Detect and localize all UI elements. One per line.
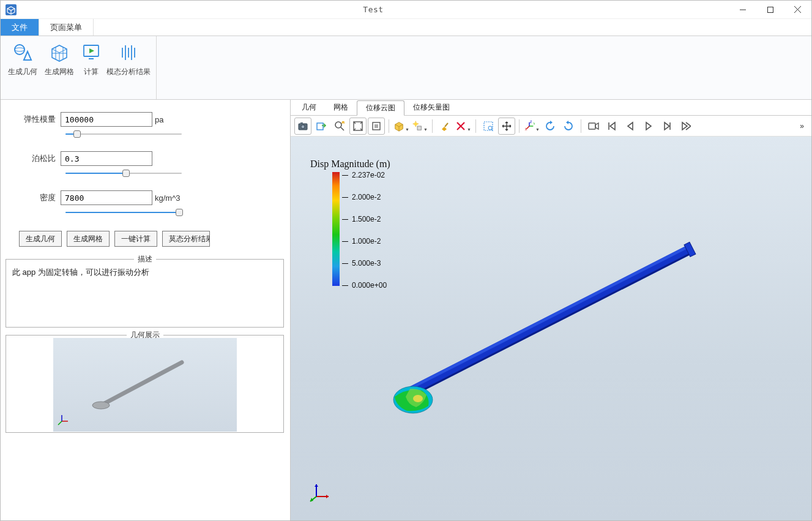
lighting-icon[interactable]: ▼ <box>411 118 428 135</box>
density-unit: kg/m^3 <box>155 193 181 203</box>
app-window: Test 文件 页面菜单 生成几何 生成网格 计算 模态分析结果 <box>0 0 812 521</box>
toolbar-overflow[interactable]: » <box>796 122 808 130</box>
btn-gen-mesh[interactable]: 生成网格 <box>67 231 110 247</box>
tab-mesh[interactable]: 网格 <box>325 100 357 115</box>
svg-rect-22 <box>374 124 378 128</box>
geometry-fieldset: 几何展示 <box>6 335 284 433</box>
btn-gen-geom[interactable]: 生成几何 <box>19 231 62 247</box>
svg-rect-16 <box>300 122 303 124</box>
elastic-slider[interactable] <box>65 129 182 139</box>
camera-icon[interactable] <box>294 118 311 135</box>
view-tabs: 几何 网格 位移云图 位移矢量图 <box>291 100 811 116</box>
window-title: Test <box>18 5 729 14</box>
play-icon[interactable] <box>640 118 657 135</box>
export-icon[interactable] <box>313 118 330 135</box>
app-icon <box>4 3 18 17</box>
svg-line-19 <box>341 127 344 130</box>
svg-text:Y: Y <box>533 122 535 126</box>
tab-disp-cloud[interactable]: 位移云图 <box>357 100 404 116</box>
ribbon-modal-result[interactable]: 模态分析结果 <box>105 41 152 77</box>
play-screen-icon <box>81 42 102 63</box>
delete-icon[interactable]: ▼ <box>455 118 472 135</box>
pan-icon[interactable] <box>498 118 515 135</box>
svg-line-9 <box>101 362 182 405</box>
poisson-label: 泊松比 <box>4 153 61 164</box>
elastic-input[interactable] <box>61 112 152 127</box>
3d-model <box>291 137 805 516</box>
minimize-button[interactable] <box>729 1 756 18</box>
density-slider[interactable] <box>65 208 182 217</box>
first-frame-icon[interactable] <box>603 118 620 135</box>
elastic-label: 弹性模量 <box>4 114 61 125</box>
elastic-unit: pa <box>155 115 163 124</box>
description-text: 此 app 为固定转轴，可以进行振动分析 <box>6 260 283 327</box>
mesh-cube-icon <box>49 42 70 63</box>
ribbon: 生成几何 生成网格 计算 模态分析结果 <box>1 36 811 100</box>
svg-point-45 <box>413 395 423 402</box>
fit-window-icon[interactable] <box>349 118 367 135</box>
svg-rect-37 <box>589 123 595 129</box>
zoom-box-icon[interactable] <box>368 118 385 135</box>
svg-line-25 <box>445 123 448 127</box>
last-frame-icon[interactable] <box>677 118 694 135</box>
svg-point-15 <box>301 125 305 129</box>
geometry-preview[interactable] <box>53 338 237 432</box>
select-box-icon[interactable] <box>480 118 497 135</box>
sphere-cone-icon <box>12 42 33 63</box>
left-panel: 弹性模量 pa 泊松比 密度 kg/m^3 生成几何 生成网格 一键计算 莫态分… <box>1 100 291 520</box>
btn-one-click[interactable]: 一键计算 <box>114 231 157 247</box>
record-icon[interactable] <box>585 118 602 135</box>
svg-rect-17 <box>317 123 323 130</box>
rotate-ccw-icon[interactable] <box>542 118 559 135</box>
svg-point-23 <box>414 122 417 125</box>
axis-triad-icon <box>309 479 333 506</box>
menu-file[interactable]: 文件 <box>1 19 39 36</box>
svg-point-6 <box>15 48 24 51</box>
clear-icon[interactable] <box>436 118 453 135</box>
title-bar: Test <box>1 1 811 19</box>
density-input[interactable] <box>61 190 152 205</box>
close-button[interactable] <box>784 1 811 18</box>
svg-text:Z: Z <box>530 120 532 124</box>
svg-rect-24 <box>417 126 421 130</box>
view-mode-icon[interactable]: ▼ <box>393 118 410 135</box>
menu-page[interactable]: 页面菜单 <box>39 19 94 36</box>
3d-viewport[interactable]: Disp Magnitude (m) 2.237e-02 2.000e-2 1.… <box>291 137 811 520</box>
ribbon-gen-mesh[interactable]: 生成网格 <box>41 41 78 77</box>
prev-frame-icon[interactable] <box>622 118 639 135</box>
maximize-button[interactable] <box>756 1 784 18</box>
svg-point-18 <box>335 122 341 128</box>
density-label: 密度 <box>4 192 61 203</box>
svg-rect-42 <box>408 252 693 398</box>
menu-bar: 文件 页面菜单 <box>1 19 811 36</box>
right-panel: 几何 网格 位移云图 位移矢量图 ▼ ▼ ▼ <box>291 100 811 520</box>
svg-point-10 <box>92 402 110 409</box>
poisson-slider[interactable] <box>65 168 182 178</box>
ribbon-gen-geom[interactable]: 生成几何 <box>4 41 41 77</box>
svg-point-5 <box>15 45 24 54</box>
poisson-input[interactable] <box>61 151 152 166</box>
viewport-toolbar: ▼ ▼ ▼ YZX▼ » <box>291 116 811 137</box>
next-frame-icon[interactable] <box>658 118 676 135</box>
description-fieldset: 描述 此 app 为固定转轴，可以进行振动分析 <box>6 259 284 328</box>
tab-geometry[interactable]: 几何 <box>293 100 325 115</box>
ribbon-compute[interactable]: 计算 <box>78 41 105 77</box>
tab-disp-vector[interactable]: 位移矢量图 <box>404 100 458 115</box>
description-legend: 描述 <box>134 254 156 264</box>
rotate-cw-icon[interactable] <box>560 118 577 135</box>
svg-line-13 <box>58 421 62 425</box>
axis-xyz-icon[interactable]: YZX▼ <box>523 118 540 135</box>
btn-modal-result[interactable]: 莫态分析结果 <box>162 231 210 247</box>
svg-rect-2 <box>767 7 773 12</box>
svg-text:X: X <box>525 127 527 131</box>
svg-rect-41 <box>404 245 690 392</box>
zoom-reset-icon[interactable] <box>331 118 348 135</box>
wave-icon <box>118 42 139 63</box>
